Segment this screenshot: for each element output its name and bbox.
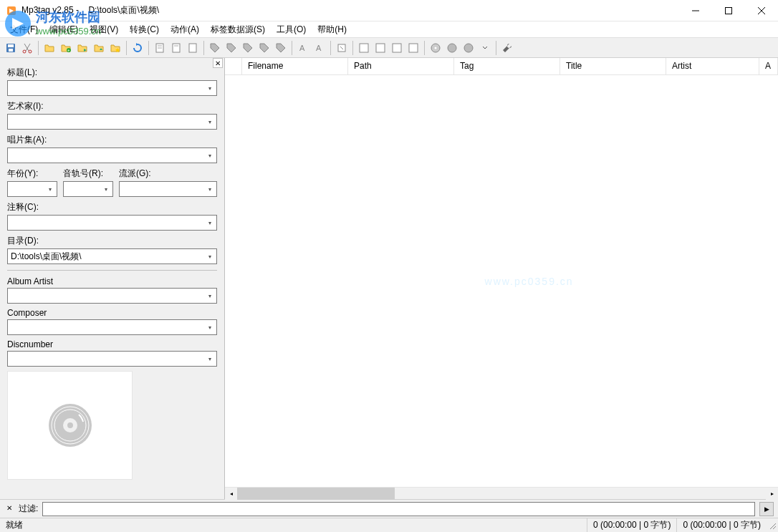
album-artist-input[interactable] xyxy=(7,288,217,304)
col-tag[interactable]: Tag xyxy=(454,58,560,74)
year-input[interactable] xyxy=(7,181,57,197)
scroll-thumb[interactable] xyxy=(237,488,395,500)
scroll-right-button[interactable]: ▸ xyxy=(766,488,778,500)
tag3-icon[interactable] xyxy=(240,40,256,56)
folder-play-icon[interactable] xyxy=(75,40,90,56)
status-info1: 0 (00:00:00 | 0 字节) xyxy=(587,518,678,532)
filter-go-button[interactable]: ▶ xyxy=(759,502,774,516)
disc1-icon[interactable] xyxy=(428,40,443,56)
svg-point-11 xyxy=(23,50,26,53)
col-artist[interactable]: Artist xyxy=(666,58,759,74)
wrench-icon[interactable] xyxy=(499,40,515,56)
svg-rect-20 xyxy=(189,44,196,52)
svg-rect-9 xyxy=(8,44,14,47)
tag-panel: ✕ 标题(L): ▾ 艺术家(I): ▾ 唱片集(A): ▾ 年份(Y): ▾ xyxy=(0,58,225,499)
svg-point-30 xyxy=(448,44,456,52)
app-icon xyxy=(6,5,17,16)
menu-help[interactable]: 帮助(H) xyxy=(312,22,352,37)
save-icon[interactable] xyxy=(3,40,19,56)
col-filename[interactable]: Filename xyxy=(242,58,348,74)
text1-icon[interactable]: A xyxy=(295,40,311,56)
svg-text:A: A xyxy=(316,44,322,52)
minimize-button[interactable] xyxy=(679,0,712,21)
list4-icon[interactable] xyxy=(405,40,421,56)
directory-input[interactable] xyxy=(7,248,217,264)
resize-grip[interactable] xyxy=(767,520,778,531)
statusbar: 就绪 0 (00:00:00 | 0 字节) 0 (00:00:00 | 0 字… xyxy=(0,518,778,532)
menu-tools[interactable]: 工具(O) xyxy=(271,22,312,37)
tag1-icon[interactable] xyxy=(207,40,223,56)
svg-text:+: + xyxy=(67,48,70,52)
menu-edit[interactable]: 编辑(E) xyxy=(44,22,84,37)
horizontal-scrollbar[interactable]: ◂ ▸ xyxy=(225,487,778,499)
menu-file[interactable]: 文件(F) xyxy=(4,22,44,37)
list1-icon[interactable] xyxy=(356,40,372,56)
album-art-box[interactable] xyxy=(7,371,133,480)
title-label: 标题(L): xyxy=(7,67,217,79)
svg-point-31 xyxy=(464,44,473,52)
disc-placeholder-icon xyxy=(45,400,95,450)
menu-view[interactable]: 视图(V) xyxy=(84,22,124,37)
folder-add-icon[interactable]: + xyxy=(58,40,74,56)
comment-label: 注释(C): xyxy=(7,201,217,213)
status-info2: 0 (00:00:00 | 0 字节) xyxy=(677,518,767,532)
scroll-left-button[interactable]: ◂ xyxy=(225,488,237,500)
artist-input[interactable] xyxy=(7,114,217,130)
cut-icon[interactable] xyxy=(19,40,35,56)
doc-icon[interactable] xyxy=(152,40,168,56)
title-input[interactable] xyxy=(7,80,217,96)
list-header: Filename Path Tag Title Artist A xyxy=(225,58,778,75)
tag2-icon[interactable] xyxy=(224,40,239,56)
svg-point-29 xyxy=(435,47,437,49)
globe2-icon[interactable] xyxy=(461,40,476,56)
comment-input[interactable] xyxy=(7,215,217,231)
list2-icon[interactable] xyxy=(373,40,388,56)
album-label: 唱片集(A): xyxy=(7,134,217,146)
svg-rect-10 xyxy=(9,49,13,52)
toolbar: + A A xyxy=(0,37,778,58)
folder-star-icon[interactable] xyxy=(107,40,123,56)
filter-input[interactable] xyxy=(42,502,755,516)
file-list-panel: Filename Path Tag Title Artist A www.pc0… xyxy=(225,58,778,499)
filter-close-button[interactable]: ✕ xyxy=(4,504,14,514)
svg-rect-24 xyxy=(360,44,368,52)
album-input[interactable] xyxy=(7,147,217,163)
watermark-center: www.pc0359.cn xyxy=(485,276,574,287)
edit-icon[interactable] xyxy=(334,40,350,56)
discnumber-input[interactable] xyxy=(7,351,217,367)
doc3-icon[interactable] xyxy=(185,40,201,56)
svg-rect-5 xyxy=(726,7,732,14)
col-path[interactable]: Path xyxy=(348,58,454,74)
menu-actions[interactable]: 动作(A) xyxy=(165,22,205,37)
text2-icon[interactable]: A xyxy=(312,40,327,56)
discnumber-label: Discnumber xyxy=(7,339,217,349)
folder-up-icon[interactable] xyxy=(91,40,107,56)
col-icon[interactable] xyxy=(225,58,242,74)
svg-point-12 xyxy=(29,50,32,53)
tag5-icon[interactable] xyxy=(273,40,289,56)
artist-label: 艺术家(I): xyxy=(7,100,217,112)
svg-rect-25 xyxy=(376,44,385,52)
composer-input[interactable] xyxy=(7,319,217,335)
col-a[interactable]: A xyxy=(759,58,778,74)
panel-close-button[interactable]: ✕ xyxy=(213,58,223,68)
doc2-icon[interactable] xyxy=(168,40,184,56)
list3-icon[interactable] xyxy=(389,40,405,56)
file-list[interactable]: www.pc0359.cn xyxy=(225,75,778,487)
tag4-icon[interactable] xyxy=(256,40,272,56)
svg-rect-18 xyxy=(173,44,180,52)
menubar: 文件(F) 编辑(E) 视图(V) 转换(C) 动作(A) 标签数据源(S) 工… xyxy=(0,21,778,37)
menu-convert[interactable]: 转换(C) xyxy=(124,22,165,37)
folder-open-icon[interactable] xyxy=(42,40,57,56)
menu-sources[interactable]: 标签数据源(S) xyxy=(205,22,271,37)
col-title[interactable]: Title xyxy=(560,58,666,74)
close-button[interactable] xyxy=(745,0,778,21)
genre-input[interactable] xyxy=(119,181,217,197)
maximize-button[interactable] xyxy=(712,0,745,21)
filter-label: 过滤: xyxy=(19,503,38,515)
globe1-icon[interactable] xyxy=(444,40,460,56)
refresh-icon[interactable] xyxy=(130,40,145,56)
status-ready: 就绪 xyxy=(0,518,587,532)
dropdown-icon[interactable] xyxy=(477,40,493,56)
track-input[interactable] xyxy=(63,181,113,197)
